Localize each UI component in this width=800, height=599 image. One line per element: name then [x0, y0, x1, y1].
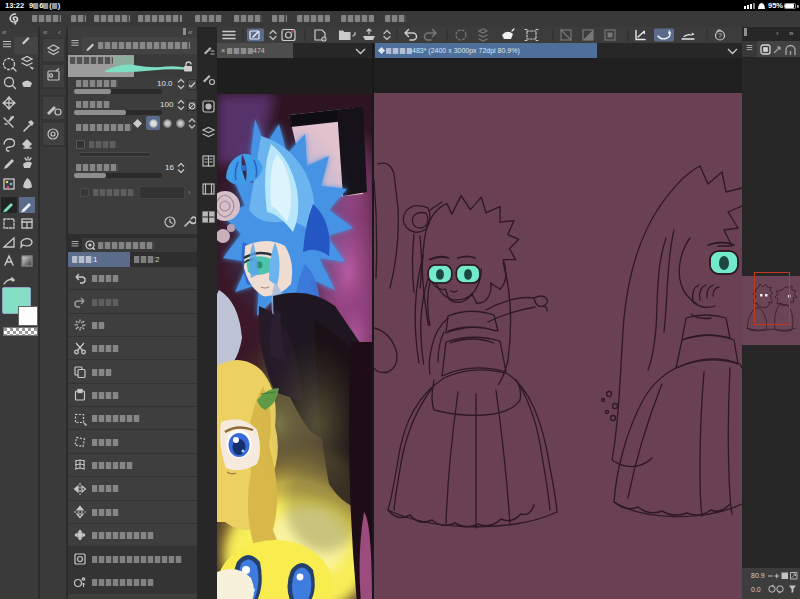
svg-text:?: ? [718, 32, 722, 39]
